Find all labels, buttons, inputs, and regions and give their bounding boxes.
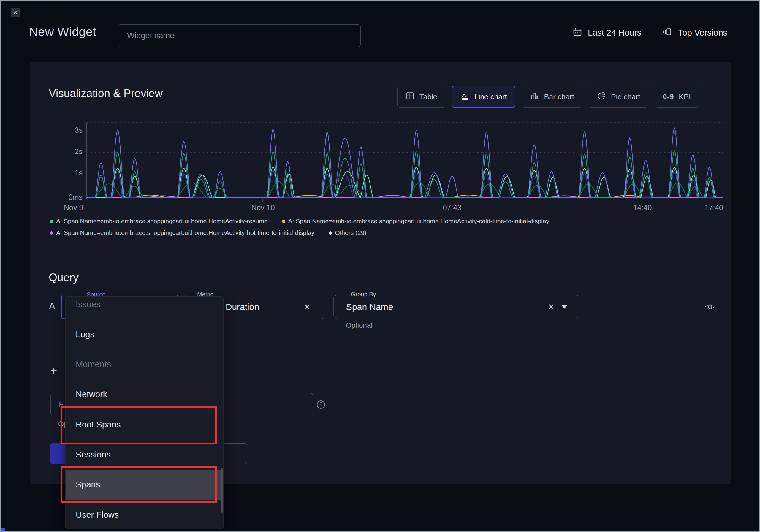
- preview-line-chart: [86, 119, 724, 203]
- y-tick-3s: 3s: [61, 126, 82, 134]
- top-versions-label: Top Versions: [678, 28, 727, 38]
- dropdown-item-moments: Moments: [66, 349, 223, 379]
- legend-item[interactable]: A: Span Name=emb-io.embrace.shoppingcart…: [50, 218, 268, 225]
- legend-item[interactable]: A: Span Name=emb-io.embrace.shoppingcart…: [282, 218, 549, 225]
- filter-info[interactable]: [316, 400, 326, 411]
- dropdown-item-spans[interactable]: Spans: [66, 470, 223, 500]
- legend-label: A: Span Name=emb-io.embrace.shoppingcart…: [288, 218, 549, 225]
- query-section-title: Query: [49, 271, 79, 284]
- group-by-optional-helper: Optional: [346, 321, 372, 329]
- widget-name-input[interactable]: Widget name: [118, 24, 361, 47]
- x-tick-0743: 07:43: [439, 203, 465, 212]
- x-tick-1740: 17:40: [696, 203, 723, 212]
- dropdown-item-sessions[interactable]: Sessions: [66, 440, 223, 470]
- kpi-digits-icon: 0-9: [663, 93, 674, 101]
- view-button-line-chart[interactable]: Line chart: [452, 86, 515, 108]
- group-by-field[interactable]: Group By Span Name ✕: [335, 295, 578, 319]
- view-button-label: Pie chart: [611, 93, 641, 101]
- legend-item[interactable]: A: Span Name=emb-io.embrace.shoppingcart…: [50, 229, 314, 236]
- y-tick-2s: 2s: [61, 147, 82, 156]
- pie-chart-icon: [597, 91, 606, 102]
- metric-clear-icon[interactable]: ✕: [304, 295, 310, 319]
- line-chart-icon: [460, 91, 470, 102]
- chevron-down-icon[interactable]: [562, 306, 567, 309]
- chart-legend-row-2: A: Span Name=emb-io.embrace.shoppingcart…: [50, 229, 366, 236]
- visualization-type-buttons: Table Line chart Bar chart: [397, 86, 699, 108]
- query-row-label-a: A: [49, 301, 55, 312]
- legend-label: Others (29): [335, 229, 366, 236]
- filter-input-text: F: [59, 400, 64, 410]
- dropdown-item-network[interactable]: Network: [66, 379, 223, 410]
- field-divider: [333, 298, 334, 316]
- query-visibility-toggle[interactable]: [704, 301, 716, 314]
- legend-dot: [50, 220, 53, 223]
- x-tick-nov10: Nov 10: [250, 203, 276, 212]
- legend-item[interactable]: Others (29): [329, 229, 366, 236]
- time-range-selector[interactable]: Last 24 Hours: [572, 27, 641, 39]
- series-others-dark-green: [86, 182, 724, 197]
- view-button-label: Table: [419, 93, 437, 101]
- eye-icon: [704, 308, 716, 313]
- bar-chart-icon: [530, 91, 540, 102]
- group-by-field-value: Span Name: [346, 295, 393, 319]
- x-tick-1440: 14:40: [629, 203, 656, 212]
- legend-dot: [50, 231, 53, 234]
- app-window: « New Widget Widget name Last 24 Hours T…: [0, 0, 760, 532]
- view-button-table[interactable]: Table: [397, 86, 445, 108]
- add-query-button[interactable]: +: [50, 364, 57, 377]
- page-title: New Widget: [29, 25, 96, 39]
- plus-icon: +: [50, 364, 57, 377]
- dropdown-scrollbar-thumb[interactable]: [221, 468, 223, 513]
- legend-dot: [329, 231, 332, 234]
- chart-legend-row-1: A: Span Name=emb-io.embrace.shoppingcart…: [50, 218, 549, 225]
- dropdown-item-issues: Issues: [66, 296, 223, 319]
- table-icon: [405, 91, 415, 102]
- view-button-label: Bar chart: [544, 93, 574, 101]
- view-button-kpi[interactable]: 0-9 KPI: [655, 86, 699, 108]
- series-hot-time-mint: [86, 167, 724, 197]
- widget-name-placeholder: Widget name: [127, 31, 174, 40]
- top-versions-selector[interactable]: Top Versions: [662, 27, 727, 39]
- legend-label: A: Span Name=emb-io.embrace.shoppingcart…: [56, 229, 314, 236]
- source-dropdown-menu: IssuesLogsMomentsNetworkRoot SpansSessio…: [65, 296, 223, 529]
- screen-corner-artifact: [1, 528, 5, 532]
- dropdown-item-root-spans[interactable]: Root Spans: [66, 410, 223, 440]
- y-tick-1s: 1s: [61, 169, 82, 177]
- view-button-label: KPI: [679, 93, 690, 101]
- calendar-icon: [572, 27, 583, 39]
- view-button-label: Line chart: [474, 93, 507, 101]
- time-range-label: Last 24 Hours: [588, 28, 641, 38]
- collapse-sidebar-button[interactable]: «: [11, 8, 20, 17]
- info-icon: [316, 406, 326, 411]
- dropdown-item-logs[interactable]: Logs: [66, 319, 223, 349]
- dropdown-item-user-flows[interactable]: User Flows: [66, 500, 223, 529]
- versions-icon: [662, 27, 673, 39]
- visualization-preview-title: Visualization & Preview: [49, 87, 163, 100]
- legend-dot: [282, 220, 285, 223]
- legend-label: A: Span Name=emb-io.embrace.shoppingcart…: [56, 218, 268, 225]
- group-by-clear-icon[interactable]: ✕: [548, 295, 554, 319]
- x-tick-nov9: Nov 9: [64, 203, 83, 212]
- y-tick-0ms: 0ms: [61, 193, 82, 202]
- view-button-bar-chart[interactable]: Bar chart: [522, 86, 582, 108]
- view-button-pie-chart[interactable]: Pie chart: [589, 86, 648, 108]
